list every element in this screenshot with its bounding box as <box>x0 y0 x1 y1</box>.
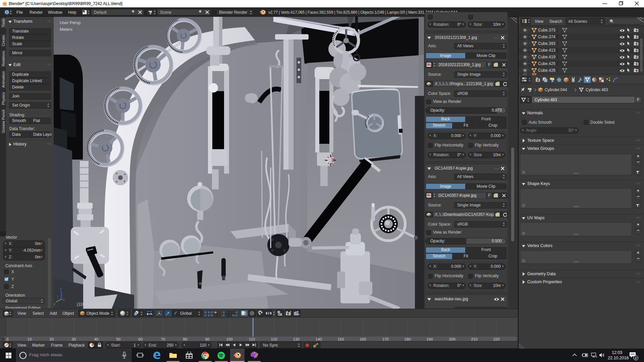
svg-text:Meters: Meters <box>60 27 72 32</box>
svg-text:User Persp: User Persp <box>60 20 81 25</box>
svg-text:x: x <box>57 295 58 298</box>
svg-text:i: i <box>6 11 7 14</box>
svg-text:z: z <box>60 287 62 291</box>
svg-text:y: y <box>54 302 55 306</box>
svg-text:(110) Cylinder.044: (110) Cylinder.044 <box>77 302 109 307</box>
svg-text:2: 2 <box>635 356 637 360</box>
